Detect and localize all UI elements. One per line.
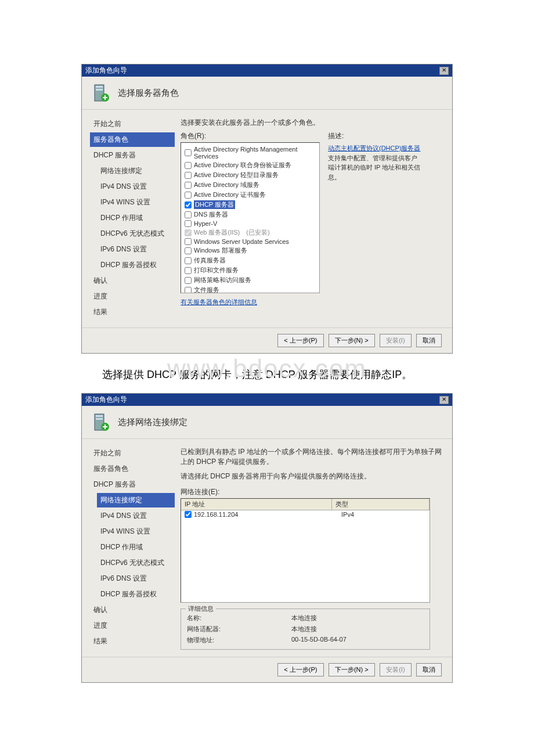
sidebar-item[interactable]: DHCPv6 无状态模式: [97, 226, 175, 241]
role-item[interactable]: Active Directory Rights Management Servi…: [183, 145, 317, 160]
role-checkbox[interactable]: [185, 149, 192, 156]
role-label: Active Directory 轻型目录服务: [194, 171, 279, 179]
sidebar-item[interactable]: 确认: [90, 273, 175, 288]
install-button: 安装(I): [380, 663, 411, 676]
button-bar: < 上一步(P) 下一步(N) > 安装(I) 取消: [82, 657, 452, 682]
role-checkbox[interactable]: [185, 182, 192, 189]
details-label: 名称:: [187, 614, 291, 622]
role-checkbox[interactable]: [185, 201, 192, 208]
sidebar-item[interactable]: IPv4 WINS 设置: [97, 195, 175, 210]
role-checkbox[interactable]: [185, 192, 192, 199]
wizard-2: 添加角色向导 ✕ 选择网络连接绑定 开始之前服务器角色DHCP 服务器网络连接绑…: [81, 393, 453, 683]
sidebar-item[interactable]: DHCP 作用域: [97, 211, 175, 225]
role-checkbox[interactable]: [185, 220, 192, 227]
role-item[interactable]: Active Directory 轻型目录服务: [183, 170, 317, 180]
role-item[interactable]: DHCP 服务器: [183, 200, 317, 210]
conn-checkbox[interactable]: [185, 511, 192, 518]
button-bar: < 上一步(P) 下一步(N) > 安装(I) 取消: [82, 327, 452, 353]
sidebar-item[interactable]: DHCP 服务器: [90, 477, 175, 492]
role-checkbox[interactable]: [185, 277, 192, 284]
sidebar-item[interactable]: 开始之前: [90, 446, 175, 460]
sidebar-item[interactable]: 服务器角色: [90, 132, 175, 147]
role-label: 文件服务: [194, 286, 219, 293]
role-item[interactable]: Active Directory 证书服务: [183, 190, 317, 200]
th-ip[interactable]: IP 地址: [181, 499, 332, 510]
sidebar-item[interactable]: DHCP 服务器授权: [97, 587, 175, 602]
role-item[interactable]: Windows 部署服务: [183, 246, 317, 255]
cancel-button[interactable]: 取消: [416, 334, 442, 347]
role-label: Active Directory 联合身份验证服务: [194, 161, 291, 170]
server-icon: [92, 84, 111, 102]
sidebar-item[interactable]: 网络连接绑定: [97, 164, 175, 178]
role-checkbox[interactable]: [185, 267, 192, 274]
sidebar-item[interactable]: IPv4 DNS 设置: [97, 179, 175, 194]
role-item[interactable]: 网络策略和访问服务: [183, 275, 317, 285]
sidebar-item[interactable]: DHCPv6 无状态模式: [97, 556, 175, 570]
sidebar-item[interactable]: IPv6 DNS 设置: [97, 571, 175, 586]
sidebar-item[interactable]: 结果: [90, 634, 175, 649]
close-icon[interactable]: ✕: [439, 67, 449, 75]
role-checkbox[interactable]: [185, 238, 192, 245]
next-button[interactable]: 下一步(N) >: [329, 663, 375, 676]
role-checkbox[interactable]: [185, 247, 192, 254]
next-button[interactable]: 下一步(N) >: [329, 334, 375, 347]
role-label: Hyper-V: [194, 220, 217, 227]
role-item[interactable]: DNS 服务器: [183, 210, 317, 219]
sidebar-item[interactable]: 结果: [90, 305, 175, 319]
sidebar-item[interactable]: 确认: [90, 603, 175, 617]
titlebar: 添加角色向导 ✕: [82, 394, 452, 406]
th-type[interactable]: 类型: [332, 499, 430, 510]
watermark: www.bdocx.com: [167, 354, 367, 383]
close-icon[interactable]: ✕: [439, 396, 449, 404]
sidebar-item[interactable]: 开始之前: [90, 117, 175, 131]
role-item[interactable]: 打印和文件服务: [183, 265, 317, 275]
sidebar-item[interactable]: DHCP 作用域: [97, 540, 175, 555]
svg-rect-5: [96, 415, 103, 417]
sidebar-item[interactable]: IPv4 DNS 设置: [97, 509, 175, 523]
role-checkbox[interactable]: [185, 211, 192, 218]
details-row: 物理地址:00-15-5D-0B-64-07: [187, 635, 424, 646]
sidebar: 开始之前服务器角色DHCP 服务器网络连接绑定IPv4 DNS 设置IPv4 W…: [82, 439, 175, 657]
desc-text: 动态主机配置协议(DHCP)服务器支持集中配置、管理和提供客户端计算机的临时 I…: [328, 143, 421, 182]
sidebar-item[interactable]: 网络连接绑定: [97, 493, 175, 507]
wizard-header: 选择网络连接绑定: [82, 406, 452, 439]
desc-link[interactable]: 动态主机配置协议(DHCP)服务器: [328, 145, 421, 152]
role-checkbox[interactable]: [185, 287, 192, 294]
role-checkbox[interactable]: [185, 162, 192, 169]
role-checkbox[interactable]: [185, 172, 192, 179]
sidebar-item[interactable]: IPv4 WINS 设置: [97, 524, 175, 539]
table-row[interactable]: 192.168.11.204 IPv4: [181, 510, 430, 519]
role-item[interactable]: 文件服务: [183, 285, 317, 293]
role-item[interactable]: Active Directory 域服务: [183, 180, 317, 190]
role-item[interactable]: Windows Server Update Services: [183, 237, 317, 246]
roles-listbox[interactable]: Active Directory Rights Management Servi…: [181, 142, 320, 293]
role-item[interactable]: Active Directory 联合身份验证服务: [183, 160, 317, 170]
cancel-button[interactable]: 取消: [416, 663, 442, 676]
role-checkbox[interactable]: [185, 257, 192, 264]
sidebar-item[interactable]: IPv6 DNS 设置: [97, 242, 175, 257]
prev-button[interactable]: < 上一步(P): [277, 334, 323, 347]
details-legend: 详细信息: [186, 604, 216, 613]
more-info-link[interactable]: 有关服务器角色的详细信息: [181, 298, 320, 307]
instruction-text: 选择要安装在此服务器上的一个或多个角色。: [181, 118, 442, 128]
role-item[interactable]: Hyper-V: [183, 219, 317, 228]
role-label: DNS 服务器: [194, 210, 228, 219]
sidebar-item[interactable]: 进度: [90, 289, 175, 304]
role-label: 打印和文件服务: [194, 266, 239, 275]
install-button: 安装(I): [380, 334, 411, 347]
role-label: Active Directory Rights Management Servi…: [194, 146, 316, 160]
sidebar-item[interactable]: 进度: [90, 618, 175, 633]
prev-button[interactable]: < 上一步(P): [277, 663, 323, 676]
table-header: IP 地址 类型: [181, 499, 430, 510]
sidebar-item[interactable]: DHCP 服务器: [90, 148, 175, 163]
role-item: Web 服务器(IIS) (已安装): [183, 228, 317, 237]
sidebar-item[interactable]: DHCP 服务器授权: [97, 258, 175, 272]
conn-label: 网络连接(E):: [181, 487, 442, 497]
td-ip: 192.168.11.204: [194, 511, 341, 518]
role-label: Active Directory 证书服务: [194, 190, 266, 199]
sidebar-item[interactable]: 服务器角色: [90, 462, 175, 476]
role-item[interactable]: 传真服务器: [183, 255, 317, 265]
connections-table[interactable]: IP 地址 类型 192.168.11.204 IPv4: [181, 498, 430, 603]
window-title: 添加角色向导: [85, 395, 127, 405]
details-value: 本地连接: [291, 625, 317, 633]
